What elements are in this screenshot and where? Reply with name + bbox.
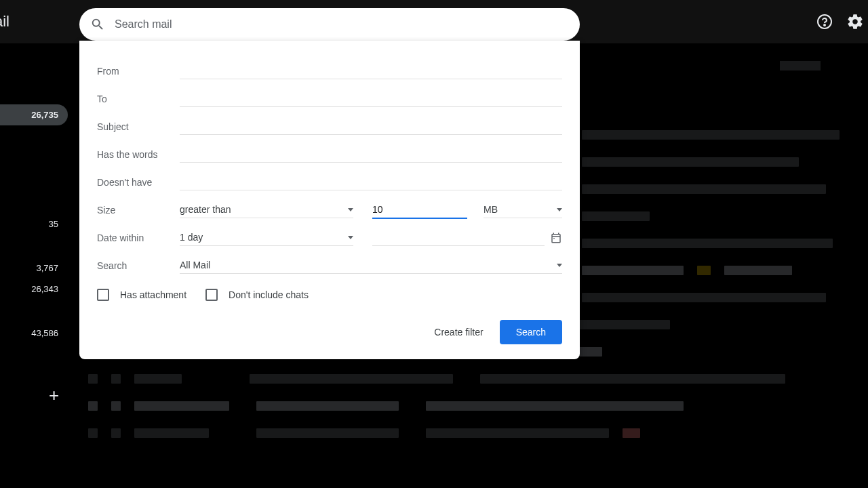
to-label: To (97, 94, 180, 104)
sidebar-count-4[interactable]: 43,586 (0, 324, 68, 342)
from-label: From (97, 66, 180, 77)
size-unit-value: MB (484, 204, 498, 215)
search-icon (90, 17, 105, 32)
checkbox-icon (205, 289, 218, 301)
date-input[interactable] (372, 229, 545, 246)
svg-point-1 (824, 24, 825, 26)
has-words-input[interactable] (180, 146, 562, 163)
search-button[interactable]: Search (500, 320, 562, 344)
calendar-icon[interactable] (550, 232, 562, 244)
doesnt-have-input[interactable] (180, 174, 562, 190)
has-words-label: Has the words (97, 149, 180, 160)
topbar: ail (0, 0, 868, 43)
dropdown-icon (348, 208, 353, 211)
has-attachment-checkbox[interactable]: Has attachment (97, 289, 186, 301)
to-input[interactable] (180, 90, 562, 107)
bg-date (780, 61, 821, 70)
sidebar: 26,735 35 3,767 26,343 43,586 (0, 47, 68, 342)
size-operator-value: greater than (180, 204, 231, 215)
sidebar-count-1[interactable]: 35 (0, 215, 68, 233)
settings-icon[interactable] (846, 13, 864, 30)
no-chats-checkbox[interactable]: Don't include chats (205, 289, 309, 301)
dropdown-icon (348, 236, 353, 239)
subject-input[interactable] (180, 118, 562, 135)
sidebar-count-2[interactable]: 3,767 (0, 259, 68, 277)
has-attachment-label: Has attachment (120, 289, 186, 300)
brand-text: ail (0, 13, 9, 30)
search-in-value: All Mail (180, 260, 210, 270)
create-filter-button[interactable]: Create filter (434, 327, 483, 338)
date-range-select[interactable]: 1 day (180, 229, 353, 246)
doesnt-have-label: Doesn't have (97, 177, 180, 188)
add-label-icon[interactable]: + (49, 385, 59, 406)
size-operator-select[interactable]: greater than (180, 201, 353, 218)
date-within-label: Date within (97, 232, 180, 243)
sidebar-count-3[interactable]: 26,343 (0, 280, 68, 298)
size-unit-select[interactable]: MB (484, 201, 562, 218)
subject-label: Subject (97, 121, 180, 132)
date-range-value: 1 day (180, 232, 203, 243)
size-value-input[interactable] (372, 201, 467, 219)
no-chats-label: Don't include chats (229, 289, 309, 300)
checkbox-icon (97, 289, 109, 301)
advanced-search-panel: From To Subject Has the words Doesn't ha… (79, 41, 580, 359)
search-input[interactable] (115, 18, 569, 30)
search-in-select[interactable]: All Mail (180, 257, 562, 274)
dropdown-icon (557, 208, 562, 211)
sidebar-count-inbox[interactable]: 26,735 (0, 104, 68, 125)
search-bar[interactable] (79, 8, 580, 41)
size-label: Size (97, 205, 180, 216)
search-in-label: Search (97, 260, 180, 271)
dropdown-icon (557, 264, 562, 267)
help-icon[interactable] (816, 14, 833, 30)
from-input[interactable] (180, 62, 562, 79)
